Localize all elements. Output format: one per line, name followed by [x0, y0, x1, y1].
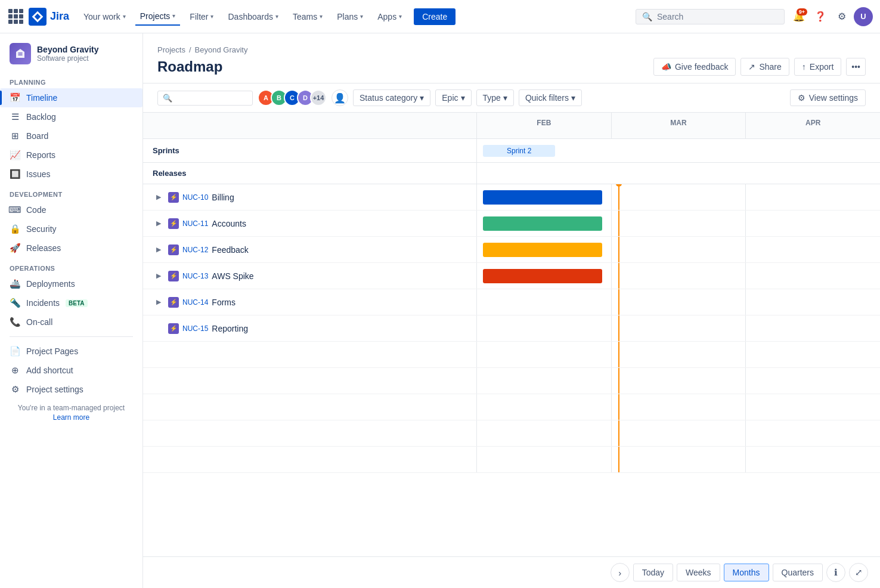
people-icon: 👤 [334, 92, 346, 104]
project-name: Beyond Gravity [37, 45, 98, 54]
status-category-filter[interactable]: Status category ▾ [353, 89, 430, 106]
gantt-bar-nuc12[interactable] [483, 243, 602, 257]
fullscreen-button[interactable]: ⤢ [849, 563, 868, 582]
give-feedback-button[interactable]: 📣 Give feedback [653, 58, 736, 76]
sidebar-item-releases[interactable]: 🚀 Releases [0, 239, 142, 258]
sidebar-item-add-shortcut[interactable]: ⊕ Add shortcut [0, 361, 142, 380]
manage-sprints-button[interactable]: 👤 [331, 89, 348, 106]
issue-summary-nuc13: AWS Spike [212, 271, 253, 281]
megaphone-icon: 📣 [661, 62, 671, 72]
col-sep-1 [611, 184, 612, 210]
scroll-left-button[interactable]: › [611, 563, 630, 582]
nav-filter[interactable]: Filter ▾ [185, 8, 218, 25]
avatar-group: A B C D +14 [258, 89, 327, 106]
sidebar-item-label: Code [26, 205, 46, 215]
sidebar-item-code[interactable]: ⌨ Code [0, 200, 142, 219]
nav-apps[interactable]: Apps ▾ [373, 8, 407, 25]
chevron-down-icon: ▾ [503, 93, 507, 103]
expand-button-nuc12[interactable]: ▶ [153, 244, 165, 256]
sidebar-item-board[interactable]: ⊞ Board [0, 126, 142, 146]
issue-key-nuc14[interactable]: NUC-14 [182, 298, 208, 307]
security-icon: 🔒 [10, 224, 20, 234]
backlog-icon: ☰ [10, 112, 20, 122]
user-avatar[interactable]: U [854, 7, 873, 26]
col-sep-1 [611, 289, 612, 315]
issue-type-icon: ⚡ [168, 192, 179, 203]
sidebar-item-incidents[interactable]: 🔦 Incidents BETA [0, 293, 142, 312]
nav-your-work[interactable]: Your work ▾ [79, 8, 131, 25]
releases-timeline [477, 163, 880, 184]
today-button[interactable]: Today [633, 564, 673, 581]
board-icon: ⊞ [10, 131, 20, 141]
quarters-button[interactable]: Quarters [773, 564, 823, 581]
nav-teams[interactable]: Teams ▾ [288, 8, 327, 25]
settings-button[interactable]: ⚙ [832, 7, 851, 26]
sidebar-item-issues[interactable]: 🔲 Issues [0, 165, 142, 184]
oncall-icon: 📞 [10, 317, 20, 327]
project-info: Beyond Gravity Software project [37, 45, 98, 63]
expand-button-nuc14[interactable]: ▶ [153, 296, 165, 308]
issues-icon: 🔲 [10, 169, 20, 180]
sidebar-item-project-settings[interactable]: ⚙ Project settings [0, 380, 142, 399]
issue-right-nuc14 [477, 289, 880, 315]
notifications-button[interactable]: 🔔 9+ [789, 7, 808, 26]
gantt-bar-nuc10[interactable] [483, 190, 602, 205]
view-settings-button[interactable]: ⚙ View settings [790, 89, 866, 106]
nav-projects[interactable]: Projects ▾ [135, 8, 181, 26]
sidebar-item-timeline[interactable]: 📅 Timeline [0, 88, 142, 107]
expand-button-nuc13[interactable]: ▶ [153, 270, 165, 282]
nav-dashboards[interactable]: Dashboards ▾ [223, 8, 283, 25]
epic-filter[interactable]: Epic ▾ [435, 89, 471, 106]
jira-logo[interactable]: Jira [29, 8, 69, 26]
months-button[interactable]: Months [724, 564, 769, 581]
roadmap-search-field[interactable]: 🔍 [157, 91, 253, 106]
development-section-label: DEVELOPMENT [0, 184, 142, 200]
quick-filters-button[interactable]: Quick filters ▾ [519, 89, 582, 106]
sprint-chip[interactable]: Sprint 2 [483, 145, 555, 157]
gantt-bar-nuc13[interactable] [483, 269, 602, 283]
col-sep-2 [745, 263, 746, 289]
left-month-spacer [143, 113, 477, 138]
roadmap-container: FEB MAR APR Sprints Sprint 2 Releases [143, 113, 880, 588]
sidebar-item-label: On-call [26, 317, 52, 327]
breadcrumb-project[interactable]: Beyond Gravity [195, 45, 248, 54]
expand-button-nuc11[interactable]: ▶ [153, 218, 165, 230]
sidebar-item-oncall[interactable]: 📞 On-call [0, 312, 142, 332]
releases-icon: 🚀 [10, 243, 20, 253]
issue-key-nuc13[interactable]: NUC-13 [182, 272, 208, 280]
help-button[interactable]: ❓ [811, 7, 830, 26]
sidebar-item-reports[interactable]: 📈 Reports [0, 146, 142, 165]
chevron-down-icon: ▾ [461, 93, 465, 103]
export-button[interactable]: ↑ Export [794, 58, 841, 76]
search-icon: 🔍 [163, 94, 172, 103]
type-filter[interactable]: Type ▾ [476, 89, 514, 106]
export-icon: ↑ [802, 62, 806, 72]
sidebar-item-project-pages[interactable]: 📄 Project Pages [0, 342, 142, 361]
incidents-icon: 🔦 [10, 298, 20, 308]
svg-rect-0 [29, 8, 47, 26]
sidebar-item-security[interactable]: 🔒 Security [0, 219, 142, 239]
breadcrumb-projects[interactable]: Projects [157, 45, 185, 54]
share-button[interactable]: ↗ Share [740, 58, 789, 76]
avatar-count[interactable]: +14 [310, 89, 327, 106]
issue-key-nuc11[interactable]: NUC-11 [182, 219, 208, 228]
more-options-button[interactable]: ••• [846, 58, 866, 76]
issue-summary-nuc15: Reporting [212, 324, 248, 333]
search-box[interactable]: 🔍 Search [636, 9, 785, 24]
gantt-bar-nuc11[interactable] [483, 216, 602, 231]
grid-menu-button[interactable] [7, 8, 24, 25]
issue-type-icon: ⚡ [168, 323, 179, 334]
issue-key-nuc15[interactable]: NUC-15 [182, 324, 208, 333]
col-sep-2 [745, 237, 746, 262]
sidebar-item-backlog[interactable]: ☰ Backlog [0, 107, 142, 126]
weeks-button[interactable]: Weeks [677, 564, 720, 581]
info-button[interactable]: ℹ [826, 563, 845, 582]
issue-key-nuc12[interactable]: NUC-12 [182, 246, 208, 254]
expand-button-nuc10[interactable]: ▶ [153, 191, 165, 203]
issue-key-nuc10[interactable]: NUC-10 [182, 193, 208, 202]
nav-plans[interactable]: Plans ▾ [332, 8, 368, 25]
sidebar-item-deployments[interactable]: 🚢 Deployments [0, 274, 142, 293]
create-button[interactable]: Create [414, 8, 456, 25]
issue-left-nuc12: ▶ ⚡ NUC-12 Feedback [143, 237, 477, 262]
learn-more-link[interactable]: Learn more [0, 413, 142, 422]
